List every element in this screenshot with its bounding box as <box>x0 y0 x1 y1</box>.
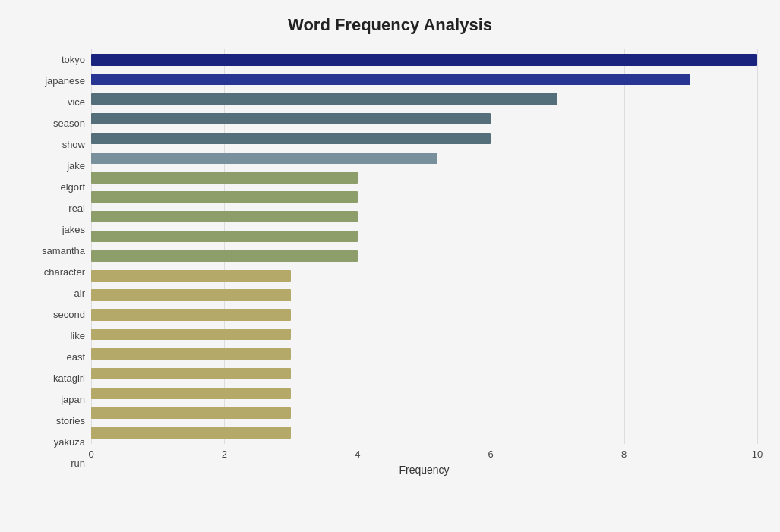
bar <box>91 93 557 105</box>
bar <box>91 191 358 203</box>
y-label: jake <box>67 161 85 171</box>
y-label: real <box>68 203 85 213</box>
bar <box>91 407 291 418</box>
y-label: east <box>66 352 85 362</box>
x-tick-label: 6 <box>488 449 494 460</box>
bar <box>91 388 291 399</box>
x-axis-label: Frequency <box>91 464 757 476</box>
bar-row <box>91 109 757 129</box>
y-label: elgort <box>60 182 85 192</box>
bar-row <box>91 266 757 285</box>
bar <box>91 74 690 85</box>
bars-and-xaxis: Frequency 0246810 <box>91 49 757 474</box>
y-label: tokyo <box>62 55 85 65</box>
bar-row <box>91 70 757 90</box>
bar-row <box>91 207 757 227</box>
bar <box>91 270 291 282</box>
y-label: katagiri <box>53 373 85 383</box>
bar <box>91 113 491 124</box>
bar-row <box>91 364 757 384</box>
x-tick-label: 2 <box>222 449 227 460</box>
grid-line <box>757 49 758 444</box>
x-tick-label: 4 <box>355 449 360 460</box>
y-axis: tokyojapaneseviceseasonshowjakeelgortrea… <box>23 49 91 474</box>
bar-row <box>91 383 757 403</box>
bar-row <box>91 187 757 207</box>
bar-row <box>91 148 757 168</box>
y-label: run <box>71 458 85 468</box>
x-tick-label: 0 <box>88 449 93 460</box>
y-label: air <box>74 288 85 298</box>
bar-row <box>91 128 757 148</box>
y-label: show <box>62 140 85 150</box>
bar <box>91 172 358 183</box>
bar-row <box>91 285 757 305</box>
bar <box>91 329 291 340</box>
y-label: yakuza <box>54 437 85 447</box>
y-label: season <box>53 118 85 128</box>
bar <box>91 250 358 262</box>
bar-row <box>91 423 757 442</box>
x-tick-label: 10 <box>752 449 763 460</box>
y-label: like <box>70 331 85 341</box>
bar <box>91 368 291 379</box>
bar-row <box>91 325 757 345</box>
bar-row <box>91 50 757 70</box>
bar-row <box>91 345 757 364</box>
y-label: second <box>53 310 85 320</box>
chart-title: Word Frequency Analysis <box>23 15 757 35</box>
y-label: japanese <box>45 76 85 86</box>
bar <box>91 427 291 438</box>
bar-row <box>91 246 757 266</box>
bar-row <box>91 90 757 109</box>
y-label: vice <box>68 97 85 107</box>
y-label: jakes <box>62 225 85 235</box>
bar-row <box>91 403 757 423</box>
y-label: samantha <box>42 246 85 256</box>
bar <box>91 348 291 360</box>
bar <box>91 211 358 222</box>
chart-container: Word Frequency Analysis tokyojapanesevic… <box>0 0 780 532</box>
bar <box>91 309 291 320</box>
bar-row <box>91 168 757 187</box>
grid-and-bars <box>91 49 757 444</box>
y-label: japan <box>61 395 85 405</box>
bar-row <box>91 305 757 325</box>
chart-area: tokyojapaneseviceseasonshowjakeelgortrea… <box>23 49 757 474</box>
bar <box>91 289 291 301</box>
bars-area <box>91 49 757 444</box>
bars-list <box>91 49 757 444</box>
bar-row <box>91 227 757 247</box>
bar <box>91 231 358 242</box>
y-label: stories <box>56 416 85 426</box>
y-label: character <box>44 267 85 277</box>
bar <box>91 54 757 65</box>
x-axis: Frequency 0246810 <box>91 444 757 474</box>
bar <box>91 153 437 164</box>
bar <box>91 133 491 144</box>
x-tick-label: 8 <box>621 449 627 460</box>
